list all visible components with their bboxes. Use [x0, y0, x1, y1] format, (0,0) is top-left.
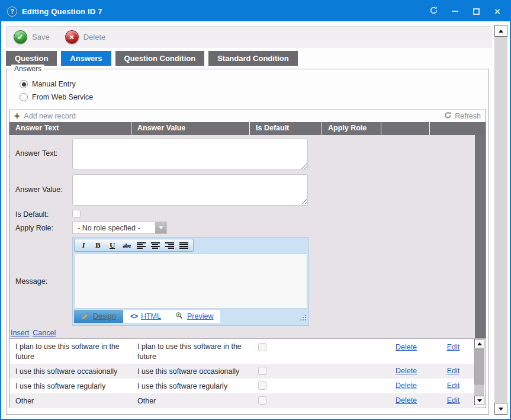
save-button[interactable]: ✓ Save — [14, 30, 50, 44]
mode-tab-design[interactable]: Design — [74, 310, 123, 323]
cell-apply-role — [322, 339, 381, 364]
plus-icon: + — [14, 111, 20, 121]
delete-row-link[interactable]: Delete — [396, 342, 417, 352]
edit-row-link[interactable]: Edit — [447, 396, 460, 406]
column-header-actions-2 — [430, 122, 486, 135]
cell-delete: Delete — [381, 339, 430, 364]
grid-refresh-icon — [444, 111, 452, 121]
scrollbar-thumb[interactable] — [474, 349, 484, 384]
editor-mode-bar: Design <> HTML Preview — [73, 309, 308, 324]
delete-button[interactable]: × Delete — [65, 30, 106, 44]
cell-apply-role — [322, 364, 381, 379]
cell-answer-text: I plan to use this software in the futur… — [9, 339, 131, 364]
mode-tab-html[interactable]: <> HTML — [123, 310, 168, 323]
scroll-down-button[interactable] — [494, 403, 507, 415]
apply-role-label: Apply Role: — [15, 224, 53, 232]
cell-delete: Delete — [381, 379, 430, 393]
cell-edit: Edit — [430, 379, 475, 393]
mode-preview-label: Preview — [187, 312, 213, 320]
insert-link[interactable]: Insert — [11, 329, 29, 337]
cell-edit: Edit — [430, 364, 475, 379]
triangle-up-icon — [499, 30, 503, 33]
tab-question-condition[interactable]: Question Condition — [115, 51, 205, 66]
grid-header-row: Answer Text Answer Value Is Default Appl… — [9, 122, 486, 135]
editor-format-strip: I B U abe — [74, 239, 194, 252]
apply-role-dropdown[interactable]: - No role specfied - — [72, 222, 167, 234]
column-header-answer-text[interactable]: Answer Text — [9, 122, 131, 135]
maximize-button[interactable] — [471, 6, 481, 17]
is-default-label: Is Default: — [15, 210, 49, 219]
align-left-icon[interactable] — [134, 240, 147, 251]
bold-icon[interactable]: B — [91, 240, 104, 251]
triangle-up-icon — [477, 342, 482, 345]
cell-apply-role — [322, 393, 381, 408]
is-default-checkbox[interactable] — [258, 381, 266, 390]
column-header-apply-role[interactable]: Apply Role — [322, 122, 381, 135]
editor-resize-grip-icon[interactable] — [300, 314, 306, 320]
window-title: Editing Question ID 7 — [22, 7, 102, 16]
chevron-down-icon — [159, 226, 163, 229]
cancel-link[interactable]: Cancel — [33, 329, 56, 337]
table-row[interactable]: I plan to use this software in the futur… — [9, 339, 475, 364]
radio-unselected-icon — [20, 93, 28, 101]
is-default-checkbox[interactable] — [72, 210, 81, 218]
editor-toolbar: I B U abe — [73, 238, 308, 254]
minimize-icon — [452, 11, 458, 12]
close-button[interactable]: × — [492, 6, 503, 17]
cell-edit: Edit — [430, 339, 475, 364]
window-controls: × — [428, 1, 503, 21]
answer-value-input[interactable] — [72, 174, 308, 206]
editor-content-area[interactable] — [74, 254, 307, 309]
scroll-down-button[interactable] — [474, 396, 484, 405]
cell-is-default — [250, 364, 322, 379]
scroll-up-button[interactable] — [474, 339, 484, 348]
delete-row-link[interactable]: Delete — [396, 366, 417, 376]
table-row[interactable]: Other Other Delete Edit — [9, 393, 475, 408]
edit-row-link[interactable]: Edit — [447, 366, 460, 376]
table-row[interactable]: I use this software occasionally I use t… — [9, 364, 475, 379]
grid-rows-list: I plan to use this software in the futur… — [9, 339, 475, 408]
dropdown-button[interactable] — [155, 222, 166, 233]
delete-row-link[interactable]: Delete — [396, 381, 417, 391]
scroll-up-button[interactable] — [494, 25, 507, 37]
window-scrollbar[interactable] — [494, 25, 507, 415]
edit-row-link[interactable]: Edit — [447, 342, 460, 352]
minimize-button[interactable] — [449, 6, 460, 17]
editor-mode-tabs: Design <> HTML Preview — [74, 310, 220, 323]
add-new-record-button[interactable]: + Add new record — [14, 111, 76, 121]
mode-tab-preview[interactable]: Preview — [168, 310, 220, 323]
cell-answer-value: I plan to use this software in the futur… — [131, 339, 250, 364]
message-editor: I B U abe — [72, 237, 309, 326]
answer-text-input[interactable] — [72, 139, 308, 170]
grid-scrollbar[interactable] — [474, 339, 484, 405]
tab-standard-condition[interactable]: Standard Condition — [208, 51, 298, 66]
grid-refresh-label: Refresh — [455, 112, 481, 120]
strikethrough-icon[interactable]: abe — [120, 240, 133, 251]
is-default-checkbox[interactable] — [258, 343, 266, 351]
column-header-answer-value[interactable]: Answer Value — [131, 122, 250, 135]
align-right-icon[interactable] — [163, 240, 176, 251]
align-justify-icon[interactable] — [178, 240, 191, 251]
edit-row-link[interactable]: Edit — [447, 381, 460, 391]
cell-delete: Delete — [381, 393, 430, 408]
delete-row-link[interactable]: Delete — [396, 396, 417, 406]
cell-answer-text: I use this software regularly — [9, 379, 131, 393]
close-icon: × — [494, 7, 500, 17]
table-row[interactable]: I use this software regularly I use this… — [9, 379, 475, 393]
refresh-window-button[interactable] — [428, 6, 439, 17]
radio-from-web-service[interactable]: From Web Service — [20, 93, 93, 101]
radio-manual-entry[interactable]: Manual Entry — [20, 80, 76, 88]
cell-answer-text: Other — [9, 393, 131, 408]
form-right-strip — [475, 135, 486, 338]
tab-question[interactable]: Question — [6, 51, 57, 66]
is-default-checkbox[interactable] — [258, 396, 266, 405]
italic-icon[interactable]: I — [77, 240, 90, 251]
underline-icon[interactable]: U — [106, 240, 119, 251]
pencil-icon — [81, 312, 89, 322]
title-bar: ? Editing Question ID 7 × — [1, 1, 510, 21]
grid-refresh-button[interactable]: Refresh — [444, 111, 481, 121]
align-center-icon[interactable] — [149, 240, 162, 251]
column-header-is-default[interactable]: Is Default — [250, 122, 322, 135]
tab-answers[interactable]: Answers — [61, 51, 111, 66]
is-default-checkbox[interactable] — [258, 367, 266, 375]
